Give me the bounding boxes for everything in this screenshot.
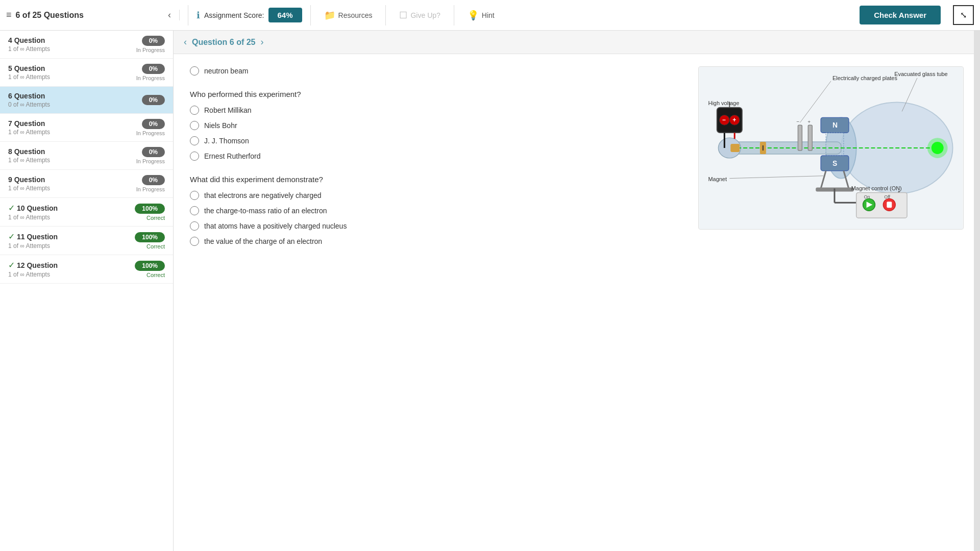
label-opt2: Niels Bohr xyxy=(204,121,237,130)
label-opt1: Robert Millikan xyxy=(204,106,252,114)
svg-text:−: − xyxy=(796,119,799,124)
svg-rect-21 xyxy=(808,125,812,151)
sidebar-item-sub: 1 of ∞ Attempts xyxy=(8,214,58,221)
collapse-button[interactable]: ‹ xyxy=(168,10,171,20)
option-opt2[interactable]: Niels Bohr xyxy=(190,121,682,130)
hint-button[interactable]: 💡 Hint xyxy=(462,7,500,24)
sidebar-item-sub: 1 of ∞ Attempts xyxy=(8,242,58,249)
sidebar-item-status: Correct xyxy=(146,215,165,221)
svg-rect-20 xyxy=(798,125,802,151)
fullscreen-button[interactable]: ⤡ xyxy=(953,5,974,25)
option-neutron-beam[interactable]: neutron beam xyxy=(190,66,682,76)
svg-text:+: + xyxy=(807,119,811,124)
sidebar-item-4[interactable]: 4 Question1 of ∞ Attempts0%In Progress xyxy=(0,31,173,59)
sidebar-item-badge: 0% xyxy=(142,95,165,105)
main-layout: 4 Question1 of ∞ Attempts0%In Progress5 … xyxy=(0,0,980,551)
svg-text:−: − xyxy=(722,116,726,123)
svg-text:Off: Off xyxy=(884,194,890,199)
radio-opt3[interactable] xyxy=(190,136,199,145)
topbar-divider xyxy=(188,5,188,26)
next-question-button[interactable]: › xyxy=(260,37,263,47)
radio-opt6[interactable] xyxy=(190,206,199,215)
svg-rect-39 xyxy=(887,202,892,208)
option-opt1[interactable]: Robert Millikan xyxy=(190,106,682,115)
scrollbar-right xyxy=(974,0,980,551)
svg-text:Magnet: Magnet xyxy=(708,176,727,182)
sidebar-item-9[interactable]: 9 Question1 of ∞ Attempts0%In Progress xyxy=(0,170,173,198)
section1: Who performed this experiment? Robert Mi… xyxy=(190,90,682,161)
svg-text:S: S xyxy=(832,159,837,167)
section1-text: Who performed this experiment? xyxy=(190,90,682,98)
giveup-label: Give Up? xyxy=(410,11,440,19)
svg-rect-10 xyxy=(763,145,764,151)
score-area: ℹ Assignment Score: 64% xyxy=(197,8,302,22)
sidebar-item-status: In Progress xyxy=(136,158,165,164)
sidebar-item-8[interactable]: 8 Question1 of ∞ Attempts0%In Progress xyxy=(0,142,173,170)
sidebar-item-status: In Progress xyxy=(136,47,165,53)
option-opt4[interactable]: Ernest Rutherford xyxy=(190,152,682,161)
svg-text:+: + xyxy=(732,116,736,123)
check-answer-button[interactable]: Check Answer xyxy=(860,6,941,24)
radio-opt5[interactable] xyxy=(190,191,199,200)
option-opt3[interactable]: J. J. Thomson xyxy=(190,136,682,145)
sidebar-item-10[interactable]: ✓10 Question1 of ∞ Attempts100%Correct xyxy=(0,198,173,227)
sidebar-toggle-area: ≡ 6 of 25 Questions ‹ xyxy=(6,10,180,20)
topbar-divider3 xyxy=(385,5,386,26)
topbar-divider2 xyxy=(310,5,311,26)
sidebar-item-sub: 1 of ∞ Attempts xyxy=(8,185,50,192)
option-opt8[interactable]: the value of the charge of an electron xyxy=(190,237,682,246)
svg-rect-8 xyxy=(730,144,740,152)
option-opt5[interactable]: that electrons are negatively charged xyxy=(190,191,682,200)
label-opt3: J. J. Thomson xyxy=(204,137,249,145)
option-opt6[interactable]: the charge-to-mass ratio of an electron xyxy=(190,206,682,215)
sidebar-item-title: 9 Question xyxy=(8,176,45,184)
svg-text:Magnet control (ON): Magnet control (ON) xyxy=(851,185,902,191)
giveup-button[interactable]: ☐ Give Up? xyxy=(394,7,445,24)
sidebar-item-title: 5 Question xyxy=(8,64,45,72)
label-opt7: that atoms have a positively charged nuc… xyxy=(204,222,347,230)
sidebar-item-status: Correct xyxy=(146,243,165,249)
radio-opt8[interactable] xyxy=(190,237,199,246)
sidebar-item-badge: 0% xyxy=(142,36,165,46)
question-nav: ‹ Question 6 of 25 › xyxy=(174,31,980,54)
giveup-icon: ☐ xyxy=(399,10,407,21)
sidebar-item-sub: 0 of ∞ Attempts xyxy=(8,101,50,108)
radio-opt1[interactable] xyxy=(190,106,199,115)
sidebar-item-6[interactable]: 6 Question0 of ∞ Attempts0% xyxy=(0,87,173,114)
correct-icon: ✓ xyxy=(8,260,15,270)
sidebar-item-badge: 100% xyxy=(135,261,165,271)
resources-label: Resources xyxy=(338,11,373,19)
sidebar-item-5[interactable]: 5 Question1 of ∞ Attempts0%In Progress xyxy=(0,59,173,87)
sidebar-item-12[interactable]: ✓12 Question1 of ∞ Attempts100%Correct xyxy=(0,255,173,284)
svg-text:High voltage: High voltage xyxy=(708,100,740,106)
sidebar-item-status: In Progress xyxy=(136,186,165,192)
hint-label: Hint xyxy=(482,11,495,19)
sidebar-item-badge: 0% xyxy=(142,147,165,157)
radio-opt2[interactable] xyxy=(190,121,199,130)
sidebar-item-sub: 1 of ∞ Attempts xyxy=(8,129,50,136)
option-opt7[interactable]: that atoms have a positively charged nuc… xyxy=(190,221,682,231)
section2-options: that electrons are negatively chargedthe… xyxy=(190,191,682,246)
sidebar-item-sub: 1 of ∞ Attempts xyxy=(8,157,50,164)
sidebar-item-7[interactable]: 7 Question1 of ∞ Attempts0%In Progress xyxy=(0,114,173,142)
score-label: Assignment Score: xyxy=(204,11,264,19)
sidebar-item-title: 12 Question xyxy=(17,261,58,269)
radio-neutron-beam[interactable] xyxy=(190,66,199,76)
radio-opt7[interactable] xyxy=(190,221,199,231)
sidebar-item-title: 6 Question xyxy=(8,92,45,100)
sidebar-item-sub: 1 of ∞ Attempts xyxy=(8,271,58,278)
sidebar-item-11[interactable]: ✓11 Question1 of ∞ Attempts100%Correct xyxy=(0,227,173,255)
radio-opt4[interactable] xyxy=(190,152,199,161)
svg-point-6 xyxy=(927,138,948,158)
sidebar-item-title: 10 Question xyxy=(17,204,58,212)
sidebar-item-badge: 0% xyxy=(142,119,165,129)
section1-options: Robert MillikanNiels BohrJ. J. ThomsonEr… xyxy=(190,106,682,161)
resources-button[interactable]: 📁 Resources xyxy=(319,7,378,24)
prev-question-button[interactable]: ‹ xyxy=(184,37,187,47)
sidebar-item-sub: 1 of ∞ Attempts xyxy=(8,45,50,53)
svg-text:On: On xyxy=(864,194,870,199)
lightbulb-icon: 💡 xyxy=(468,10,479,21)
sidebar-item-title: 8 Question xyxy=(8,147,45,156)
label-opt4: Ernest Rutherford xyxy=(204,152,261,160)
above-option-section: neutron beam xyxy=(190,66,682,76)
